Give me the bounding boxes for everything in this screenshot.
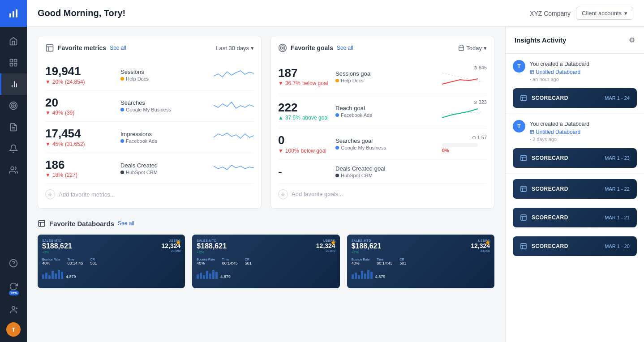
db-stat: CR501 [245,258,252,265]
logo-icon [8,8,19,19]
databoards-see-all-link[interactable]: See all [118,220,134,227]
goal-source-name: Google My Business [341,145,386,150]
goal-chart-group: ⊙ 1.57 0% [442,135,487,153]
scorecard-date: MAR 1 - 21 [605,215,630,220]
scorecard-left: SCORECARD [520,154,568,162]
add-metric-row[interactable]: + Add favorite metrics... [45,184,254,201]
db-sales-label: SALES MTD [42,239,72,242]
star-icon: ★ [175,238,181,247]
sidebar-item-reports[interactable] [0,116,27,138]
help-icon [9,259,18,268]
goals-filter[interactable]: Today ▾ [458,45,487,51]
sidebar-item-analytics[interactable] [0,73,27,95]
scorecard-card[interactable]: SCORECARD MAR 1 - 22 [513,179,637,199]
svg-rect-27 [459,46,464,51]
insights-panel-title: Insights Activity [515,36,566,44]
activity-avatar: T [513,60,525,73]
goal-change: ▲ 37.5% above goal [278,115,332,121]
goal-progress-bar [442,143,478,147]
goal-value: 0 [278,134,332,147]
client-accounts-label: Client accounts [582,10,622,17]
add-goal-row[interactable]: + Add favorite goals... [278,184,487,201]
metric-change-pct: 18% [52,172,63,178]
scorecard-card[interactable]: SCORECARD MAR 1 - 23 [513,148,637,168]
db-bars: 4,879 [197,269,335,279]
panels-row: Favorite metrics See all Last 30 days ▾ … [38,36,494,209]
scorecard-card[interactable]: SCORECARD MAR 1 - 21 [513,208,637,227]
activity-link-text[interactable]: Untitled Databoard [536,128,580,136]
scorecard-label: SCORECARD [532,155,568,161]
goal-source: Help Docs [335,78,438,83]
sidebar-item-team[interactable] [0,159,27,181]
up-arrow-icon: ▲ [278,115,283,121]
metric-source-name: Google My Business [126,107,171,112]
scorecard-date: MAR 1 - 22 [605,186,630,192]
goal-label-group: Sessions goal Help Docs [332,70,442,83]
add-goal-circle: + [278,189,288,199]
analytics-icon [10,80,19,89]
star-icon: ★ [485,238,491,247]
source-dot [335,146,339,150]
svg-rect-4 [14,60,17,62]
metrics-filter[interactable]: Last 30 days ▾ [216,45,254,51]
filter-icon[interactable]: ⚙ [629,36,635,44]
add-metric-circle: + [45,189,55,199]
goal-value: - [278,165,332,178]
sidebar-item-numbers[interactable] [0,52,27,73]
sidebar-bottom: 75% T [6,252,21,342]
goal-change-text: above goal [302,115,329,121]
metric-label: Deals Created [120,162,210,169]
goals-see-all-link[interactable]: See all [337,45,353,51]
metric-label: Sessions [120,68,210,75]
add-metric-label: Add favorite metrics... [59,191,115,198]
sparkline-impressions [214,129,254,143]
sidebar-item-goals[interactable] [0,95,27,116]
metric-value-group: 17,454 ▼ 45% (31,652) [45,127,117,147]
goals-panel: Favorite goals See all Today ▾ 187 [270,36,494,209]
client-accounts-button[interactable]: Client accounts ▾ [576,7,633,20]
header: Good Morning, Tory! XYZ Company Client a… [27,0,644,27]
sidebar-item-user-management[interactable] [6,299,21,321]
db-stat: CR501 [399,258,406,265]
scorecard-icon [520,185,527,192]
metrics-title-group: Favorite metrics See all [45,43,126,52]
scorecard-left: SCORECARD [520,94,568,102]
scorecard-left: SCORECARD [520,214,568,221]
scorecard-icon [520,243,527,250]
databoard-link-icon [530,130,534,134]
metric-change-pct: 45% [52,141,63,147]
scorecard-card[interactable]: SCORECARD MAR 1 - 24 [513,88,637,108]
sidebar-item-notifications[interactable] [0,138,27,159]
goal-value-group: 187 ▼ 36.7% below goal [278,67,332,87]
db-visits: 23,890 [162,249,181,252]
sidebar-item-home[interactable] [0,30,27,52]
insights-body: T You created a Databoard Untitled Datab… [506,54,644,342]
metric-sparkline-container [214,67,254,82]
goal-change: ▼ 36.7% below goal [278,80,332,86]
metric-value: 186 [45,158,117,171]
databoard-card[interactable]: ★ SALES MTD $188,621 +2% USERS 12,324 [192,235,339,288]
sidebar-item-help[interactable] [6,252,21,274]
activity-link-group: Untitled Databoard [530,68,580,76]
goal-row: - Deals Created goal HubSpot CRM [278,160,487,184]
databoard-card[interactable]: ★ SALES MTD $188,621 +2% USERS 12,324 [38,235,185,288]
sidebar-item-updates[interactable]: 75% [6,276,21,297]
metric-change: ▼ 18% (227) [45,172,117,178]
db-bar [203,275,205,279]
logo[interactable] [0,0,27,27]
svg-rect-0 [9,13,11,17]
metric-value: 19,941 [45,65,117,78]
databoard-card[interactable]: ★ SALES MTD $188,621 +2% USERS 12,324 [347,235,494,288]
activity-link-text[interactable]: Untitled Databoard [536,68,580,76]
updates-badge: 75% [9,291,19,295]
scorecard-card[interactable]: SCORECARD MAR 1 - 20 [513,236,637,256]
metrics-see-all-link[interactable]: See all [110,45,126,51]
metric-value-group: 20 ▼ 49% (39) [45,96,117,116]
updates-icon [9,282,18,291]
goal-source-name: HubSpot CRM [341,173,373,178]
db-change: +2% [352,250,382,254]
down-arrow-icon: ▼ [45,79,51,85]
activity-content: You created a Databoard Untitled Databoa… [530,120,637,142]
db-bottom-value: 4,879 [66,274,76,279]
user-avatar[interactable]: T [6,322,21,337]
